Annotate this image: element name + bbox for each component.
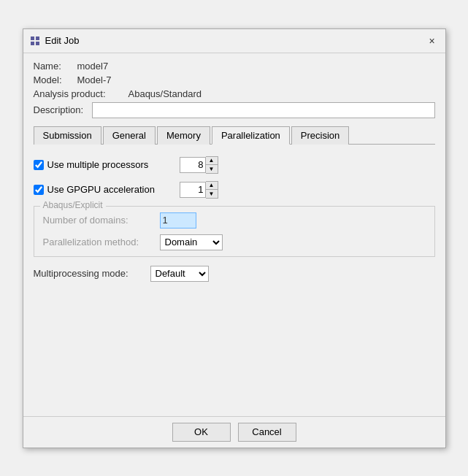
tab-general[interactable]: General	[103, 126, 156, 145]
tabs: Submission General Memory Parallelizatio…	[34, 126, 435, 145]
title-bar: Edit Job ×	[23, 29, 445, 53]
description-row: Description:	[34, 102, 435, 118]
num-domains-row: Number of domains:	[43, 212, 426, 229]
processors-down-button[interactable]: ▼	[206, 165, 218, 173]
parallelization-content: Use multiple processors ▲ ▼ Use GPGPU ac…	[34, 153, 435, 292]
group-title: Abaqus/Explicit	[40, 200, 106, 210]
dialog-title: Edit Job	[45, 35, 80, 46]
processors-up-button[interactable]: ▲	[206, 157, 218, 165]
num-domains-input[interactable]	[160, 212, 196, 229]
tab-submission[interactable]: Submission	[34, 126, 101, 145]
svg-rect-1	[36, 37, 39, 40]
multiprocessing-label: Multiprocessing mode:	[34, 268, 150, 279]
analysis-row: Analysis product: Abaqus/Standard	[34, 88, 435, 99]
model-row: Model: Model-7	[34, 74, 435, 85]
analysis-value: Abaqus/Standard	[128, 88, 202, 99]
abaqus-explicit-group: Abaqus/Explicit Number of domains: Paral…	[34, 206, 435, 257]
model-value: Model-7	[77, 74, 112, 85]
gpgpu-checkbox[interactable]	[34, 185, 44, 195]
processors-spinner-buttons: ▲ ▼	[206, 156, 218, 174]
gpgpu-input[interactable]	[180, 182, 206, 198]
close-button[interactable]: ×	[425, 34, 440, 48]
gpgpu-label[interactable]: Use GPGPU acceleration	[34, 184, 180, 195]
multiple-processors-checkbox[interactable]	[34, 160, 44, 170]
svg-rect-2	[31, 42, 34, 45]
title-bar-left: Edit Job	[29, 35, 80, 47]
analysis-label: Analysis product:	[34, 88, 128, 99]
tab-parallelization[interactable]: Parallelization	[212, 126, 290, 145]
dialog-icon	[29, 35, 41, 47]
tab-memory[interactable]: Memory	[157, 126, 210, 145]
edit-job-dialog: Edit Job × Name: model7 Model: Model-7 A…	[23, 28, 446, 448]
multiprocessing-row: Multiprocessing mode: Default Threads MP…	[34, 266, 435, 282]
description-input[interactable]	[92, 102, 435, 118]
name-label: Name:	[34, 61, 77, 72]
dialog-body: Name: model7 Model: Model-7 Analysis pro…	[23, 53, 445, 299]
parallel-method-select[interactable]: Domain Loop Combined	[160, 234, 223, 250]
multiple-processors-label[interactable]: Use multiple processors	[34, 159, 180, 170]
gpgpu-spinner-buttons: ▲ ▼	[206, 181, 218, 199]
multiple-processors-row: Use multiple processors ▲ ▼	[34, 156, 435, 174]
gpgpu-spinner: ▲ ▼	[180, 181, 218, 199]
num-domains-label: Number of domains:	[43, 215, 160, 226]
svg-rect-0	[31, 37, 34, 40]
gpgpu-up-button[interactable]: ▲	[206, 182, 218, 190]
dialog-footer: OK Cancel	[23, 416, 445, 448]
processors-input[interactable]	[180, 157, 206, 173]
multiprocessing-select[interactable]: Default Threads MPI	[150, 266, 209, 282]
gpgpu-down-button[interactable]: ▼	[206, 190, 218, 198]
gpgpu-row: Use GPGPU acceleration ▲ ▼	[34, 181, 435, 199]
description-label: Description:	[34, 104, 92, 115]
ok-button[interactable]: OK	[172, 423, 231, 442]
svg-rect-3	[36, 42, 39, 45]
cancel-button[interactable]: Cancel	[238, 423, 296, 442]
name-row: Name: model7	[34, 61, 435, 72]
parallel-method-label: Parallelization method:	[43, 237, 160, 247]
tab-precision[interactable]: Precision	[291, 126, 349, 145]
parallel-method-row: Parallelization method: Domain Loop Comb…	[43, 234, 426, 250]
processors-spinner: ▲ ▼	[180, 156, 218, 174]
name-value: model7	[77, 61, 109, 72]
model-label: Model:	[34, 74, 77, 85]
